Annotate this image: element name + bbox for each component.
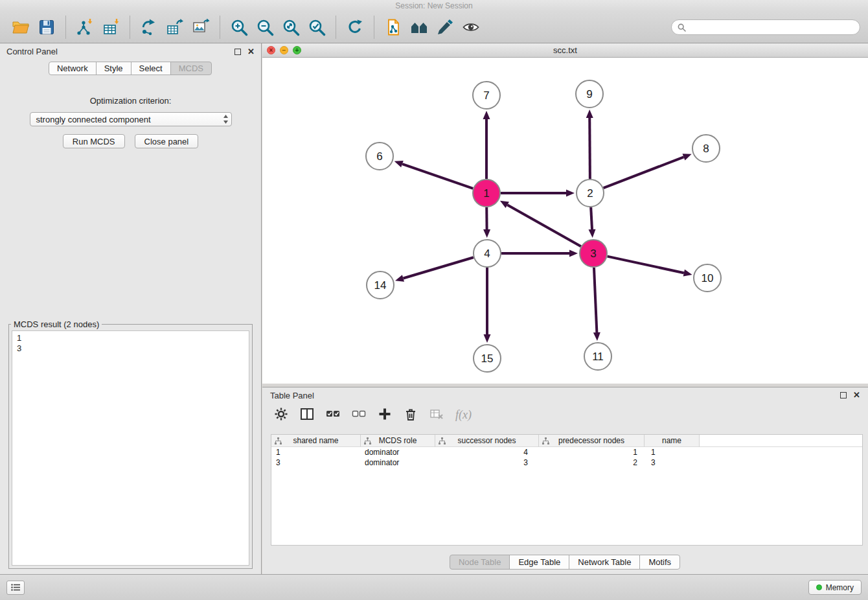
open-session-button[interactable] (8, 14, 34, 40)
paint-style-icon (436, 18, 454, 36)
add-row-button[interactable] (378, 407, 392, 423)
delete-table-button[interactable] (429, 407, 444, 423)
network-graph[interactable]: 7968124314101511 (262, 58, 868, 384)
column-header-predecessor-nodes[interactable]: predecessor nodes (539, 435, 645, 447)
column-header-mcds-role[interactable]: MCDS role (361, 435, 435, 447)
control-panel: Control Panel ✕ Network Style Select MCD… (0, 43, 262, 574)
apply-layout-button[interactable] (342, 14, 368, 40)
control-panel-float-icon[interactable] (234, 49, 241, 55)
cell-predecessor-nodes[interactable]: 1 (539, 448, 645, 457)
paint-style-button[interactable] (432, 14, 458, 40)
zoom-selected-icon (308, 18, 326, 36)
tab-mcds[interactable]: MCDS (170, 62, 212, 75)
close-panel-button[interactable]: Close panel (135, 134, 199, 148)
tab-motifs[interactable]: Motifs (639, 555, 680, 570)
search-input[interactable] (690, 23, 854, 32)
export-table-icon (166, 18, 184, 36)
table-settings-button[interactable] (274, 407, 288, 423)
list-icon (11, 584, 20, 591)
mcds-result-item[interactable]: 3 (17, 343, 244, 354)
graph-edge-3-1[interactable] (507, 205, 581, 246)
tab-select[interactable]: Select (131, 62, 171, 75)
export-image-button[interactable] (188, 14, 214, 40)
zoom-fit-icon (282, 18, 300, 36)
cell-successor-nodes[interactable]: 3 (435, 458, 539, 467)
save-session-button[interactable] (34, 14, 60, 40)
import-network-button[interactable] (72, 14, 98, 40)
toggle-visibility-button[interactable] (458, 14, 484, 40)
mcds-result-list[interactable]: 1 3 (12, 330, 249, 566)
column-header-successor-nodes[interactable]: successor nodes (435, 435, 539, 447)
tab-network-table[interactable]: Network Table (569, 555, 640, 570)
cell-shared-name[interactable]: 1 (271, 448, 361, 457)
graph-edge-arrow (394, 161, 404, 167)
graph-edge-3-10[interactable] (608, 257, 684, 273)
mcds-result-item[interactable]: 1 (17, 333, 244, 343)
network-overview-button[interactable] (406, 14, 432, 40)
table-row[interactable]: 1 dominator 4 1 1 (271, 447, 862, 457)
select-all-icon (326, 407, 340, 421)
table-panel-float-icon[interactable] (840, 392, 847, 398)
memory-button[interactable]: Memory (808, 580, 862, 595)
cell-mcds-role[interactable]: dominator (361, 448, 435, 457)
network-canvas[interactable]: 7968124314101511 (262, 58, 868, 384)
gear-icon (274, 407, 288, 421)
control-panel-title: Control Panel (6, 47, 58, 56)
graph-edge-2-3[interactable] (591, 207, 592, 229)
import-table-button[interactable] (98, 14, 124, 40)
delete-row-button[interactable] (404, 407, 418, 423)
table-panel-title: Table Panel (270, 391, 314, 400)
open-folder-icon (12, 18, 30, 36)
graph-edge-2-8[interactable] (604, 157, 684, 188)
function-builder-button[interactable]: f(x) (455, 408, 472, 422)
graph-edge-3-11[interactable] (594, 268, 597, 332)
tab-node-table[interactable]: Node Table (450, 555, 510, 570)
first-neighbors-button[interactable] (380, 14, 406, 40)
cell-shared-name[interactable]: 3 (271, 458, 361, 467)
column-type-icon (275, 437, 282, 444)
node-table: shared name MCDS role successor nodes pr… (271, 434, 863, 546)
criterion-dropdown[interactable]: strongly connected component (30, 112, 232, 126)
select-all-columns-button[interactable] (326, 407, 340, 423)
control-panel-close-icon[interactable]: ✕ (247, 49, 255, 55)
graph-node-label: 10 (702, 272, 714, 284)
graph-edge-2-9[interactable] (589, 118, 590, 179)
graph-node-label: 2 (587, 187, 593, 200)
cell-mcds-role[interactable]: dominator (361, 458, 435, 467)
table-panel-close-icon[interactable]: ✕ (853, 392, 860, 398)
cell-name[interactable]: 3 (645, 458, 700, 467)
run-mcds-button[interactable]: Run MCDS (63, 134, 125, 148)
graph-edge-1-6[interactable] (402, 164, 473, 189)
show-column-panel-button[interactable] (300, 407, 314, 423)
table-row[interactable]: 3 dominator 3 2 3 (271, 457, 862, 468)
tab-style[interactable]: Style (96, 62, 131, 75)
cell-name[interactable]: 1 (645, 448, 700, 457)
export-network-button[interactable] (136, 14, 162, 40)
toolbar-separator (220, 16, 220, 39)
export-table-button[interactable] (162, 14, 188, 40)
graph-edge-arrow (566, 190, 575, 197)
column-type-icon (364, 437, 371, 444)
graph-node-label: 14 (374, 279, 387, 292)
deselect-all-icon (352, 407, 366, 421)
graph-edge-arrow (593, 332, 600, 341)
tab-network[interactable]: Network (49, 62, 97, 75)
column-header-shared-name[interactable]: shared name (271, 435, 361, 447)
show-panels-button[interactable] (6, 581, 25, 595)
zoom-selected-button[interactable] (304, 14, 330, 40)
search-box[interactable] (671, 19, 860, 35)
graph-edge-arrow (569, 250, 578, 257)
graph-edge-4-14[interactable] (403, 257, 473, 278)
tab-edge-table[interactable]: Edge Table (509, 555, 569, 570)
cell-successor-nodes[interactable]: 4 (435, 448, 539, 457)
graph-edge-arrow (395, 275, 404, 282)
toolbar-separator (336, 16, 336, 39)
deselect-all-columns-button[interactable] (352, 407, 366, 423)
zoom-out-button[interactable] (252, 14, 278, 40)
zoom-fit-button[interactable] (278, 14, 304, 40)
zoom-in-button[interactable] (226, 14, 252, 40)
cell-predecessor-nodes[interactable]: 2 (539, 458, 645, 467)
column-header-filler (700, 435, 862, 447)
column-header-name[interactable]: name (645, 435, 700, 447)
first-neighbors-icon (384, 18, 402, 36)
